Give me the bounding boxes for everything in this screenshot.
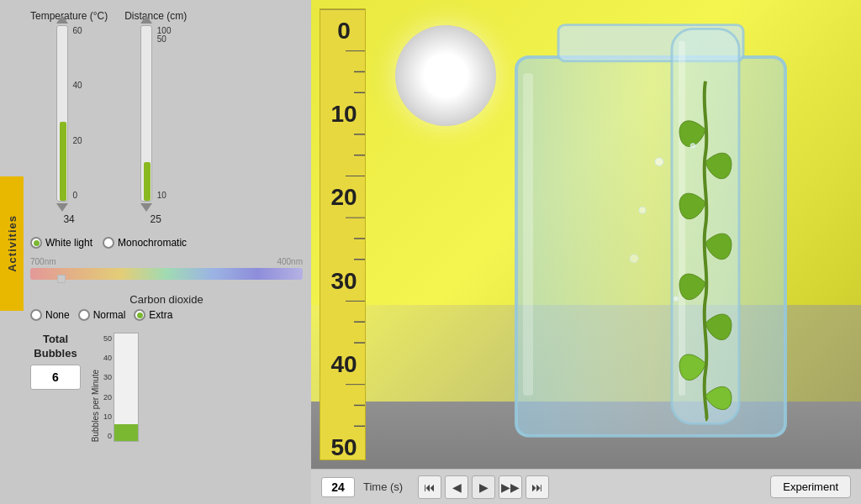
light-source (395, 25, 496, 126)
co2-extra-label: Extra (149, 309, 172, 321)
ruler-body: 0 10 20 30 40 (320, 8, 366, 460)
svg-rect-23 (516, 57, 785, 436)
temperature-ticks: 60 40 20 0 (73, 25, 82, 202)
svg-text:30: 30 (330, 268, 357, 294)
co2-none-radio[interactable] (30, 309, 42, 321)
experiment-button[interactable]: Experiment (770, 475, 851, 498)
svg-rect-26 (523, 73, 533, 396)
bpm-y-50: 50 (103, 334, 112, 343)
distance-slider-container: 100 50 10 (140, 25, 172, 202)
skip-fwd-button[interactable]: ⏭ (526, 475, 549, 499)
wavelength-bar[interactable] (30, 268, 303, 280)
co2-normal-label: Normal (93, 309, 126, 321)
time-label: Time (s) (363, 480, 403, 493)
dist-tick-50: 50 (157, 35, 172, 44)
svg-text:0: 0 (337, 18, 351, 44)
skip-back-button[interactable]: ⏮ (418, 475, 441, 499)
ruler-svg: 0 10 20 30 40 (320, 9, 366, 459)
sliders-section: Temperature (°C) 60 40 20 0 34 (30, 10, 303, 225)
distance-down-arrow[interactable] (140, 203, 152, 212)
svg-text:10: 10 (330, 101, 357, 127)
monochromatic-label: Monochromatic (118, 237, 187, 249)
wavelength-max-label: 400nm (277, 257, 303, 266)
distance-up-arrow[interactable] (140, 15, 152, 24)
white-light-group[interactable]: White light (30, 237, 92, 249)
left-panel: Temperature (°C) 60 40 20 0 34 (0, 0, 311, 504)
temp-tick-0: 0 (73, 192, 82, 200)
bpm-y-40: 40 (103, 354, 112, 362)
white-light-radio[interactable] (30, 237, 42, 249)
total-bubbles-label: TotalBubbles (34, 333, 77, 361)
temperature-up-arrow[interactable] (56, 15, 68, 24)
monochromatic-radio[interactable] (103, 237, 114, 249)
temperature-fill (60, 122, 66, 201)
co2-extra-radio[interactable] (134, 309, 145, 321)
wavelength-section: 700nm 400nm (30, 257, 303, 280)
step-fwd-button[interactable]: ▶▶ (499, 475, 522, 499)
co2-none-label: None (45, 309, 70, 321)
temp-tick-20: 20 (73, 137, 82, 145)
co2-title: Carbon dioxide (30, 293, 303, 306)
distance-value: 25 (150, 213, 161, 225)
temperature-down-arrow[interactable] (56, 203, 68, 212)
bpm-axis-label: Bubbles per Minute (91, 370, 100, 442)
total-bubbles-value: 6 (30, 365, 81, 390)
bpm-y-30: 30 (103, 373, 112, 381)
white-light-label: White light (45, 237, 92, 249)
bubbles-section: TotalBubbles 6 Bubbles per Minute 50 40 … (30, 333, 303, 442)
wavelength-labels: 700nm 400nm (30, 257, 303, 266)
ruler: 0 10 20 30 40 (320, 8, 378, 460)
step-back-button[interactable]: ◀ (445, 475, 468, 499)
svg-text:20: 20 (330, 184, 357, 210)
svg-point-32 (630, 255, 638, 263)
beaker-svg (508, 17, 794, 452)
bpm-y-0: 0 (103, 432, 112, 440)
distance-fill (144, 162, 151, 201)
wavelength-min-label: 700nm (30, 257, 56, 266)
temperature-slider-container: 60 40 20 0 (56, 25, 82, 202)
light-section: White light Monochromatic (30, 237, 303, 249)
temperature-track[interactable] (56, 25, 68, 202)
co2-radios: None Normal Extra (30, 309, 303, 321)
co2-none-group[interactable]: None (30, 309, 70, 321)
distance-track[interactable] (140, 25, 152, 202)
activities-tab[interactable]: Activities (0, 176, 24, 311)
bpm-chart-wrapper: Bubbles per Minute 50 40 30 20 10 0 (91, 333, 139, 442)
svg-rect-0 (320, 9, 366, 459)
play-button[interactable]: ▶ (472, 475, 495, 499)
temperature-value: 34 (63, 213, 74, 225)
main-scene: 0 10 20 30 40 (311, 0, 861, 504)
temp-tick-60: 60 (73, 27, 82, 35)
total-bubbles-box: TotalBubbles 6 (30, 333, 81, 390)
dist-tick-10: 10 (157, 192, 172, 200)
distance-group: Distance (cm) 100 50 10 25 (124, 10, 187, 225)
svg-point-31 (690, 144, 695, 149)
temperature-group: Temperature (°C) 60 40 20 0 34 (30, 10, 108, 225)
bottom-controls: 24 Time (s) ⏮ ◀ ▶ ▶▶ ⏭ Experiment (311, 469, 861, 504)
svg-text:40: 40 (330, 351, 357, 377)
wavelength-thumb[interactable] (57, 275, 66, 283)
bpm-chart-area (114, 333, 139, 442)
temp-tick-40: 40 (73, 81, 82, 90)
svg-point-30 (639, 207, 646, 213)
bpm-y-20: 20 (103, 393, 112, 402)
co2-normal-radio[interactable] (78, 309, 90, 321)
bpm-y-10: 10 (103, 412, 112, 421)
svg-point-33 (673, 297, 679, 302)
co2-section: Carbon dioxide None Normal Extra (30, 293, 303, 321)
scene-viewport: 0 10 20 30 40 (311, 0, 861, 469)
time-display: 24 (321, 477, 355, 497)
co2-extra-group[interactable]: Extra (134, 309, 172, 321)
bpm-bar (114, 424, 138, 441)
playback-controls: ⏮ ◀ ▶ ▶▶ ⏭ (418, 475, 549, 499)
temperature-label: Temperature (°C) (30, 10, 108, 22)
distance-label: Distance (cm) (124, 10, 187, 22)
bpm-y-labels: 50 40 30 20 10 0 (103, 333, 112, 442)
activities-label: Activities (6, 215, 18, 272)
beaker (508, 17, 794, 452)
distance-ticks: 100 50 10 (157, 25, 172, 202)
co2-normal-group[interactable]: Normal (78, 309, 126, 321)
monochromatic-group[interactable]: Monochromatic (103, 237, 187, 249)
svg-point-29 (655, 158, 663, 166)
svg-text:50: 50 (330, 434, 357, 459)
